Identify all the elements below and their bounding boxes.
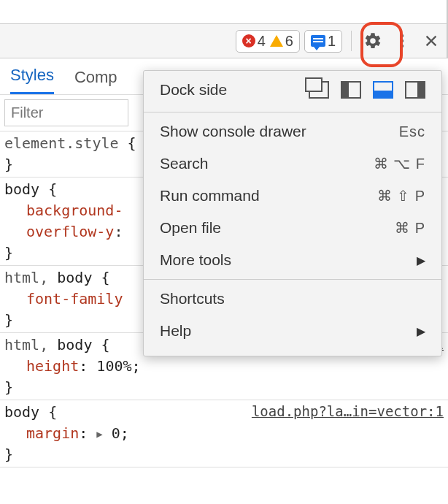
messages-count: 1 — [328, 33, 336, 50]
dock-side-label: Dock side — [160, 81, 227, 99]
expand-icon[interactable]: ▶ — [96, 427, 102, 441]
tab-styles[interactable]: Styles — [10, 66, 54, 94]
warning-count: 6 — [285, 33, 293, 50]
menu-help[interactable]: Help ▶ — [144, 315, 441, 347]
gear-icon — [363, 31, 382, 50]
message-icon — [311, 35, 325, 47]
chevron-right-icon: ▶ — [417, 324, 425, 338]
warning-icon — [270, 35, 283, 47]
dock-left-icon[interactable] — [341, 81, 361, 99]
dock-side-row: Dock side — [144, 71, 441, 109]
filter-input[interactable] — [4, 99, 128, 126]
svg-point-2 — [401, 45, 403, 47]
menu-show-console[interactable]: Show console drawer Esc — [144, 115, 441, 148]
devtools-main-menu: Dock side Show console drawer Esc Search… — [143, 70, 442, 356]
menu-search[interactable]: Search ⌘ ⌥ F — [144, 148, 441, 180]
more-options-button[interactable] — [390, 28, 414, 53]
dock-right-icon[interactable] — [405, 81, 425, 99]
separator — [351, 31, 352, 51]
close-devtools-button[interactable] — [419, 28, 444, 53]
menu-run-command[interactable]: Run command ⌘ ⇧ P — [144, 180, 441, 212]
dock-undock-icon[interactable] — [309, 81, 329, 99]
tab-computed[interactable]: Comp — [74, 68, 117, 94]
menu-divider — [144, 112, 441, 112]
menu-shortcuts[interactable]: Shortcuts — [144, 283, 441, 315]
source-link[interactable]: load.php?la…in=vector:1 — [252, 402, 444, 422]
selector: element.style — [4, 134, 119, 152]
svg-point-1 — [401, 39, 403, 42]
error-count: 4 — [258, 33, 266, 50]
svg-point-0 — [401, 34, 403, 37]
kebab-icon — [393, 32, 411, 50]
dock-bottom-icon[interactable] — [373, 81, 393, 99]
css-rule[interactable]: load.php?la…in=vector:1 body { margin: ▶… — [0, 400, 448, 467]
devtools-toolbar: × 4 6 1 — [0, 23, 448, 58]
close-icon — [423, 33, 439, 49]
issues-badge[interactable]: × 4 6 — [236, 30, 300, 53]
error-icon: × — [242, 34, 255, 47]
menu-open-file[interactable]: Open file ⌘ P — [144, 212, 441, 244]
menu-more-tools[interactable]: More tools ▶ — [144, 244, 441, 276]
menu-divider — [144, 279, 441, 280]
settings-button[interactable] — [360, 28, 385, 53]
chevron-right-icon: ▶ — [417, 253, 425, 267]
messages-badge[interactable]: 1 — [304, 30, 342, 53]
